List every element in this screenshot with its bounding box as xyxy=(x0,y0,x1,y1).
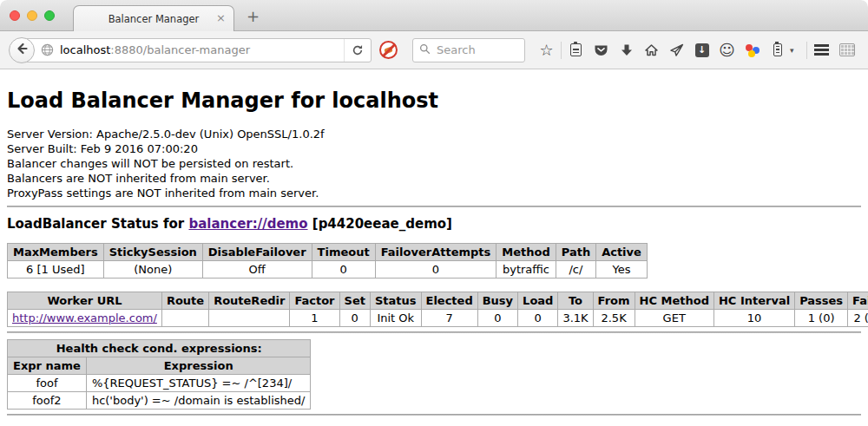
hc-header-cell: Expr name xyxy=(8,357,87,375)
reload-button[interactable] xyxy=(344,39,371,62)
search-input[interactable] xyxy=(435,43,518,57)
balancer-data-cell: (None) xyxy=(103,261,202,279)
worker-header-cell: Status xyxy=(370,292,421,310)
horizontal-rule xyxy=(7,206,861,207)
persist-notice-line: Balancer changes will NOT be persisted o… xyxy=(7,156,861,171)
hc-expr-name-cell: foof2 xyxy=(8,392,87,410)
worker-header-cell: Factor xyxy=(290,292,339,310)
hc-title-row: Health check cond. expressions: xyxy=(8,340,311,357)
server-info: Server Version: Apache/2.5.0-dev (Unix) … xyxy=(7,127,861,200)
worker-elected-cell: 7 xyxy=(421,310,477,327)
balancer-link[interactable]: balancer://demo xyxy=(188,216,307,232)
overflow-caret-icon[interactable]: ▾ xyxy=(790,46,800,55)
worker-route-cell xyxy=(161,310,208,327)
worker-table: Worker URL Route RouteRedir Factor Set S… xyxy=(7,292,868,327)
worker-url-link[interactable]: http://www.example.com/ xyxy=(12,311,157,324)
bookmark-star-icon[interactable]: ☆ xyxy=(534,37,559,63)
toolbar-right-group xyxy=(805,37,859,63)
hc-table-title: Health check cond. expressions: xyxy=(8,340,311,357)
tab-close-icon[interactable]: × xyxy=(216,12,226,23)
hc-data-row: foof %{REQUEST_STATUS} =~ /^[234]/ xyxy=(8,375,311,392)
toolbar-separator xyxy=(561,42,562,59)
worker-header-cell: RouteRedir xyxy=(209,292,290,310)
reading-list-icon[interactable] xyxy=(563,37,589,63)
url-bar[interactable]: localhost:8880/balancer-manager xyxy=(21,38,372,62)
pocket-icon[interactable] xyxy=(589,37,614,63)
worker-to-cell: 3.1K xyxy=(558,310,593,327)
battery-icon[interactable] xyxy=(765,37,790,63)
balancer-data-cell: Off xyxy=(202,261,312,279)
server-version-line: Server Version: Apache/2.5.0-dev (Unix) … xyxy=(7,127,861,141)
balancer-data-cell: 6 [1 Used] xyxy=(8,261,104,279)
balancer-header-cell: MaxMembers xyxy=(8,244,104,261)
feedback-smiley-icon[interactable]: ☺ xyxy=(714,37,740,63)
tab-bar: Balancer Manager × + xyxy=(0,0,868,31)
balancer-data-cell: 0 xyxy=(312,261,375,279)
hc-data-row: foof2 hc('body') =~ /domain is establish… xyxy=(8,392,311,410)
worker-header-cell: Busy xyxy=(477,292,517,310)
minimize-window-button[interactable] xyxy=(27,10,37,21)
downloads-icon[interactable] xyxy=(614,37,639,63)
hc-expr-name-cell: foof xyxy=(8,375,87,392)
health-check-table: Health check cond. expressions: Expr nam… xyxy=(7,339,311,410)
worker-status-cell: Init Ok xyxy=(370,310,421,327)
worker-set-cell: 0 xyxy=(339,310,370,327)
balancer-header-cell: Method xyxy=(496,244,556,261)
colored-dots-icon[interactable] xyxy=(740,37,765,63)
balancer-data-cell: /c/ xyxy=(556,261,595,279)
balancer-header-cell: FailoverAttempts xyxy=(375,244,496,261)
home-icon[interactable] xyxy=(639,37,664,63)
tab-title: Balancer Manager xyxy=(108,13,200,25)
worker-fails-cell: 2 (0) xyxy=(848,310,868,327)
plugin-blocked-icon[interactable] xyxy=(379,41,398,59)
search-icon xyxy=(419,42,431,58)
globe-icon xyxy=(41,43,54,56)
worker-header-row: Worker URL Route RouteRedir Factor Set S… xyxy=(8,292,868,310)
browser-window: Balancer Manager × + localhost:8880/bala… xyxy=(0,0,868,426)
worker-header-cell: From xyxy=(593,292,635,310)
status-heading: LoadBalancer Status for balancer://demo … xyxy=(7,216,861,232)
search-bar[interactable] xyxy=(412,38,525,62)
balancer-table: MaxMembers StickySession DisableFailover… xyxy=(7,243,648,279)
balancer-header-cell: Timeout xyxy=(312,244,375,261)
worker-header-cell: To xyxy=(558,292,593,310)
balancer-data-cell: bytraffic xyxy=(496,261,556,279)
balancer-header-cell: DisableFailover xyxy=(202,244,312,261)
navigation-toolbar: localhost:8880/balancer-manager ☆ xyxy=(0,31,868,69)
send-tab-icon[interactable] xyxy=(664,37,689,63)
balancer-header-row: MaxMembers StickySession DisableFailover… xyxy=(8,244,648,261)
balancers-notice-line: Balancers are NOT inherited from main se… xyxy=(7,171,861,186)
back-button[interactable] xyxy=(9,37,35,63)
traffic-lights xyxy=(10,10,55,21)
hc-header-row: Expr name Expression xyxy=(8,357,311,375)
worker-header-cell: Passes xyxy=(795,292,848,310)
url-host: localhost xyxy=(60,43,110,56)
worker-header-cell: Elected xyxy=(421,292,477,310)
worker-header-cell: Set xyxy=(339,292,370,310)
tab-balancer-manager[interactable]: Balancer Manager × xyxy=(73,5,234,31)
download-panel-icon[interactable]: ↓ xyxy=(689,37,714,63)
new-tab-button[interactable]: + xyxy=(247,7,260,25)
horizontal-rule xyxy=(7,331,861,333)
back-arrow-icon xyxy=(15,42,29,59)
tile-grid-icon[interactable] xyxy=(834,37,859,63)
close-window-button[interactable] xyxy=(10,10,20,21)
hc-expression-cell: %{REQUEST_STATUS} =~ /^[234]/ xyxy=(86,375,311,392)
worker-header-cell: Load xyxy=(518,292,558,310)
balancer-data-row: 6 [1 Used] (None) Off 0 0 bytraffic /c/ … xyxy=(8,261,648,279)
url-path: :8880/balancer-manager xyxy=(110,43,250,56)
worker-hcinterval-cell: 10 xyxy=(713,310,794,327)
balancer-header-cell: Active xyxy=(596,244,648,261)
hc-header-cell: Expression xyxy=(86,357,311,375)
hamburger-menu-icon[interactable] xyxy=(809,37,834,63)
balancer-data-cell: 0 xyxy=(375,261,496,279)
proxypass-notice-line: ProxyPass settings are NOT inherited fro… xyxy=(7,186,861,200)
worker-factor-cell: 1 xyxy=(290,310,339,327)
page-content: Load Balancer Manager for localhost Serv… xyxy=(0,69,868,426)
worker-url-cell: http://www.example.com/ xyxy=(8,310,162,327)
balancer-header-cell: Path xyxy=(556,244,595,261)
worker-header-cell: HC Method xyxy=(635,292,713,310)
zoom-window-button[interactable] xyxy=(44,10,55,21)
balancer-data-cell: Yes xyxy=(596,261,648,279)
page-title: Load Balancer Manager for localhost xyxy=(7,88,861,113)
